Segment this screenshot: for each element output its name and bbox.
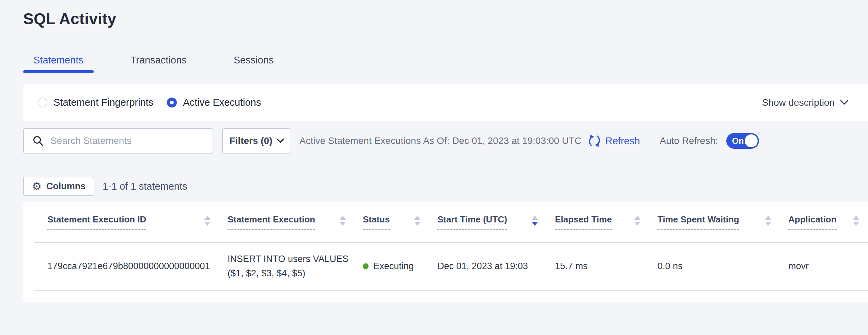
cell-application: movr xyxy=(788,261,868,272)
search-input[interactable] xyxy=(50,135,206,146)
radio-active-executions-label: Active Executions xyxy=(183,97,261,108)
sort-arrows-icon[interactable] xyxy=(765,216,771,226)
column-header-application[interactable]: Application xyxy=(788,214,868,230)
sort-arrows-icon[interactable] xyxy=(340,216,346,226)
cell-time-spent-waiting: 0.0 ns xyxy=(657,261,788,272)
status-label: Executing xyxy=(373,261,414,272)
tab-statements-label: Statements xyxy=(33,55,83,66)
radio-statement-fingerprints-label: Statement Fingerprints xyxy=(53,97,153,108)
sort-arrows-icon[interactable] xyxy=(414,216,420,226)
sort-arrows-icon[interactable] xyxy=(532,216,538,226)
search-box xyxy=(23,128,213,154)
cell-statement: INSERT INTO users VALUES ($1, $2, $3, $4… xyxy=(228,252,363,280)
gear-icon: ⚙ xyxy=(32,181,42,192)
column-header-time-spent-waiting[interactable]: Time Spent Waiting xyxy=(657,214,788,230)
sql-activity-page: SQL Activity Statements Transactions Ses… xyxy=(0,0,868,335)
tabs-divider xyxy=(23,72,868,72)
tab-sessions[interactable]: Sessions xyxy=(223,49,284,71)
column-header-statement-execution-id[interactable]: Statement Execution ID xyxy=(47,214,228,230)
table-header-row: Statement Execution ID Statement Executi… xyxy=(23,202,868,242)
tab-transactions[interactable]: Transactions xyxy=(120,49,197,71)
tab-bar: Statements Transactions Sessions xyxy=(23,49,868,71)
sort-arrows-icon[interactable] xyxy=(204,216,211,226)
column-header-start-time[interactable]: Start Time (UTC) xyxy=(437,214,555,230)
statement-line-2: ($1, $2, $3, $4, $5) xyxy=(228,266,363,280)
column-label: Start Time (UTC) xyxy=(437,214,507,230)
column-label: Statement Execution ID xyxy=(47,214,146,230)
filters-button[interactable]: Filters (0) xyxy=(222,128,291,154)
controls-row: Filters (0) Active Statement Executions … xyxy=(23,128,868,154)
page-title: SQL Activity xyxy=(23,10,116,28)
columns-button[interactable]: ⚙ Columns xyxy=(23,177,94,196)
show-description-label: Show description xyxy=(762,97,835,108)
column-label: Statement Execution xyxy=(228,214,315,230)
filters-button-label: Filters (0) xyxy=(229,135,272,146)
sort-arrows-icon[interactable] xyxy=(853,216,859,226)
auto-refresh-label: Auto Refresh: xyxy=(660,135,718,146)
chevron-down-icon xyxy=(277,139,284,144)
result-count: 1-1 of 1 statements xyxy=(103,181,187,192)
toggle-knob-icon xyxy=(745,134,758,147)
column-label: Application xyxy=(788,214,837,230)
as-of-timestamp: Active Statement Executions As Of: Dec 0… xyxy=(299,135,582,146)
radio-statement-fingerprints[interactable]: Statement Fingerprints xyxy=(37,97,153,108)
tab-transactions-label: Transactions xyxy=(130,55,187,66)
radio-checked-icon xyxy=(167,98,177,107)
view-mode-card: Statement Fingerprints Active Executions… xyxy=(23,84,868,121)
column-label: Elapsed Time xyxy=(555,214,612,230)
tab-statements[interactable]: Statements xyxy=(23,49,94,71)
radio-active-executions[interactable]: Active Executions xyxy=(167,97,261,108)
cell-elapsed-time: 15.7 ms xyxy=(555,261,657,272)
search-icon xyxy=(33,135,44,146)
table-row: 179cca7921e679b80000000000000001 INSERT … xyxy=(23,242,868,290)
auto-refresh-toggle[interactable]: On xyxy=(726,133,759,149)
radio-unchecked-icon xyxy=(37,98,47,107)
vertical-divider xyxy=(650,131,650,151)
table-toolbar: ⚙ Columns 1-1 of 1 statements xyxy=(23,177,187,196)
row-divider xyxy=(34,290,868,291)
column-header-elapsed-time[interactable]: Elapsed Time xyxy=(555,214,657,230)
refresh-icon xyxy=(588,134,601,148)
refresh-label: Refresh xyxy=(605,135,640,147)
refresh-button[interactable]: Refresh xyxy=(588,134,640,148)
cell-execution-id: 179cca7921e679b80000000000000001 xyxy=(47,261,228,272)
column-header-statement-execution[interactable]: Statement Execution xyxy=(228,214,363,230)
columns-button-label: Columns xyxy=(46,181,86,192)
column-label: Time Spent Waiting xyxy=(657,214,739,230)
column-label: Status xyxy=(363,214,390,230)
toggle-state-label: On xyxy=(732,136,744,146)
statements-table: Statement Execution ID Statement Executi… xyxy=(23,202,868,302)
status-dot-icon xyxy=(363,263,369,269)
cell-status: Executing xyxy=(363,261,437,272)
cell-start-time: Dec 01, 2023 at 19:03 xyxy=(437,261,555,272)
sort-arrows-icon[interactable] xyxy=(634,216,640,226)
chevron-down-icon xyxy=(840,100,848,105)
column-header-status[interactable]: Status xyxy=(363,214,437,230)
show-description-button[interactable]: Show description xyxy=(762,97,848,108)
header-divider xyxy=(34,242,868,243)
statement-line-1: INSERT INTO users VALUES xyxy=(228,252,363,266)
tab-sessions-label: Sessions xyxy=(234,55,274,66)
